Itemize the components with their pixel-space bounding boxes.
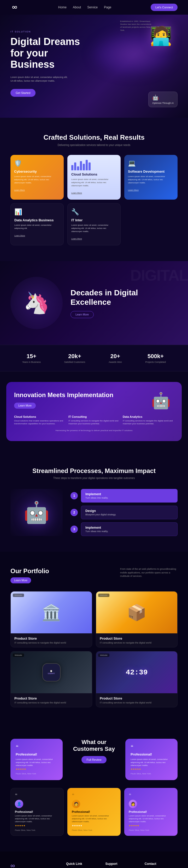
testimonial-right-meta: Paulo Silva, New York bbox=[130, 773, 172, 775]
nav-about[interactable]: About bbox=[73, 5, 81, 9]
footer-quick-links: Quick Link Service About Portfolio Conta… bbox=[66, 862, 99, 868]
innovation-section: Innovation Meets Implementation Learn Mo… bbox=[6, 382, 182, 441]
cloud-chart bbox=[71, 160, 117, 170]
footer-quick-links-title: Quick Link bbox=[66, 862, 99, 866]
step-2-bar: Design Blueprint your digital strategy. bbox=[81, 506, 178, 519]
stat-customers-number: 20k+ bbox=[64, 353, 85, 360]
software-learn-more[interactable]: Learn More bbox=[128, 189, 139, 191]
portfolio-card-2-title: Product Store bbox=[100, 637, 174, 641]
service-card-it: 🔧 IT Inter Lorem ipsum dolor sit amet, c… bbox=[67, 203, 121, 245]
portfolio-card-1-title: Product Store bbox=[14, 637, 88, 641]
innovation-footer: Harnessing the prowess of technology to … bbox=[14, 429, 174, 432]
footer-contact: Contact +123 456 7890 info@company.com N… bbox=[145, 862, 178, 868]
footer-support-title: Support bbox=[106, 862, 138, 866]
portfolio-card-2-desc: IT consulting services to navigate the d… bbox=[100, 642, 174, 644]
stat-awards-number: 20+ bbox=[109, 353, 122, 360]
lets-connect-button[interactable]: Let's Connect bbox=[151, 4, 178, 11]
watch-display: ⌚SMART bbox=[42, 663, 61, 681]
quote-left-icon: ❝ bbox=[16, 744, 58, 750]
testimonial-3-stars: ★★★★★ bbox=[129, 824, 173, 827]
nav-home[interactable]: Home bbox=[58, 5, 67, 9]
testimonial-left-meta: Paulo Silva, New York bbox=[16, 773, 58, 775]
footer-grid: ∞ Lorem ipsum dolor sit amet, consectetu… bbox=[10, 862, 178, 868]
innovation-figure: 🤖 bbox=[148, 391, 174, 410]
portfolio-card-2-icon: 📦 bbox=[127, 603, 147, 622]
service-card-cloud: Cloud Solutions Lorem ipsum dolor sit am… bbox=[67, 155, 121, 199]
innovation-title: Innovation Meets Implementation bbox=[14, 391, 143, 399]
innovation-services: Cloud Solutions Cloud solutions that ena… bbox=[14, 415, 174, 425]
testimonial-card-2: ❝ 🧑 Professional! Lorem ipsum dolor sit … bbox=[67, 788, 121, 836]
inno-cloud-title: Cloud Solutions bbox=[14, 415, 65, 418]
full-review-button[interactable]: Full Review bbox=[81, 756, 107, 763]
bar-7 bbox=[88, 162, 90, 170]
inno-it-title: IT Consulting bbox=[68, 415, 120, 418]
innovation-learn-more-button[interactable]: Learn More bbox=[14, 403, 36, 409]
streamlined-content: 🤖 1 Implement Turn ideas into reality. 2… bbox=[10, 489, 178, 536]
hero-subtitle: Lorem ipsum dolor sit amet, consectetur … bbox=[10, 75, 68, 83]
portfolio-card-2-image: Website 📦 bbox=[96, 591, 177, 633]
step-2-desc: Blueprint your digital strategy. bbox=[85, 513, 173, 516]
decades-content: Decades in Digital Excellence Learn More bbox=[71, 288, 178, 318]
stat-years-label: Years in Business bbox=[22, 361, 41, 363]
nav-service[interactable]: Service bbox=[87, 5, 98, 9]
bar-3 bbox=[77, 166, 79, 170]
it-icon: 🔧 bbox=[71, 208, 117, 216]
portfolio-grid: Website 🏛️ Product Store IT consulting s… bbox=[10, 591, 178, 707]
it-desc: Lorem ipsum dolor sit amet, consectetur … bbox=[71, 224, 117, 233]
portfolio-card-4-desc: IT consulting services to navigate the d… bbox=[100, 701, 174, 704]
logo-icon bbox=[10, 5, 19, 10]
cloud-learn-more[interactable]: Learn More bbox=[71, 192, 82, 194]
stats-row: 15+ Years in Business 20k+ Satisfied Cus… bbox=[0, 345, 188, 371]
service-card-data-analytics: 📊 Data Analytics Business Lorem ipsum do… bbox=[10, 203, 64, 245]
inno-cloud-desc: Cloud solutions that enable seamless ope… bbox=[14, 420, 65, 425]
testimonial-2-name: Professional! bbox=[72, 810, 116, 813]
portfolio-card-4-image: Website 42:39 bbox=[96, 651, 177, 693]
inno-service-data: Data Analytics IT consulting services to… bbox=[123, 415, 174, 425]
nav-page[interactable]: Page bbox=[104, 5, 111, 9]
hero-section: IT Solution Digital Dreams for your Busi… bbox=[0, 14, 188, 118]
step-1-number: 1 bbox=[71, 492, 78, 499]
service-card-software: 💻 Software Development Lorem ipsum dolor… bbox=[124, 155, 178, 199]
cloud-title: Cloud Solutions bbox=[71, 173, 117, 176]
step-1: 1 Implement Turn ideas into reality. bbox=[71, 489, 178, 502]
stat-projects: 500k+ Projects Completed bbox=[145, 353, 166, 363]
portfolio-title: Our Portfolio bbox=[10, 567, 49, 575]
portfolio-card-1-desc: IT consulting services to navigate the d… bbox=[14, 642, 88, 644]
stat-customers: 20k+ Satisfied Customers bbox=[64, 353, 85, 363]
portfolio-card-2-body: Product Store IT consulting services to … bbox=[96, 633, 177, 647]
stat-awards: 20+ Awards Won bbox=[109, 353, 122, 363]
crafted-subtitle: Delivering specialization services tailo… bbox=[10, 144, 178, 147]
portfolio-card-2-tag: Website bbox=[98, 594, 109, 597]
portfolio-card-3-tag: Website bbox=[13, 653, 24, 657]
innovation-text: Innovation Meets Implementation Learn Mo… bbox=[14, 391, 143, 409]
testimonial-right-name: Professional! bbox=[130, 752, 172, 756]
testimonials-title: What our Customers Say bbox=[71, 739, 117, 752]
footer-logo: ∞ bbox=[10, 862, 60, 868]
testimonial-2-quote: ❝ bbox=[72, 793, 116, 798]
inno-data-desc: IT consulting services to navigate the d… bbox=[123, 420, 174, 425]
stat-projects-number: 500k+ bbox=[145, 353, 166, 360]
testimonial-3-avatar: 👩 bbox=[129, 800, 137, 808]
data-analytics-title: Data Analytics Business bbox=[14, 218, 60, 222]
data-analytics-learn-more[interactable]: Learn More bbox=[14, 235, 25, 237]
testimonial-featured-left: ❝ Professional! Lorem ipsum dolor sit am… bbox=[10, 739, 63, 780]
decades-learn-more-button[interactable]: Learn More bbox=[71, 311, 94, 318]
stat-customers-label: Satisfied Customers bbox=[64, 361, 85, 363]
portfolio-card-1-image: Website 🏛️ bbox=[11, 591, 92, 633]
it-learn-more[interactable]: Learn More bbox=[71, 238, 82, 240]
get-started-button[interactable]: Get Started bbox=[10, 89, 36, 97]
testimonial-card-3: ❝ 👩 Professional! Lorem ipsum dolor sit … bbox=[124, 788, 178, 836]
step-1-title: Implement bbox=[85, 492, 173, 496]
logo[interactable] bbox=[10, 5, 19, 10]
inno-service-cloud: Cloud Solutions Cloud solutions that ena… bbox=[14, 415, 65, 425]
inno-it-desc: IT consulting services to navigate the d… bbox=[68, 420, 120, 425]
bar-6 bbox=[86, 160, 88, 170]
portfolio-card-4: Website 42:39 Product Store IT consultin… bbox=[96, 651, 178, 707]
testimonial-3-quote: ❝ bbox=[129, 793, 173, 798]
stat-projects-label: Projects Completed bbox=[145, 361, 166, 363]
streamlined-title: Streamlined Processes, Maximum Impact bbox=[10, 467, 178, 474]
portfolio-learn-more-button[interactable]: Learn More bbox=[10, 577, 31, 583]
hero-established: Established in 1992, Dreamhaus Studios h… bbox=[120, 20, 151, 32]
testimonial-1-text: Lorem ipsum dolor sit amet, consectetur … bbox=[15, 814, 59, 823]
cybersecurity-learn-more[interactable]: Learn More bbox=[14, 189, 25, 191]
